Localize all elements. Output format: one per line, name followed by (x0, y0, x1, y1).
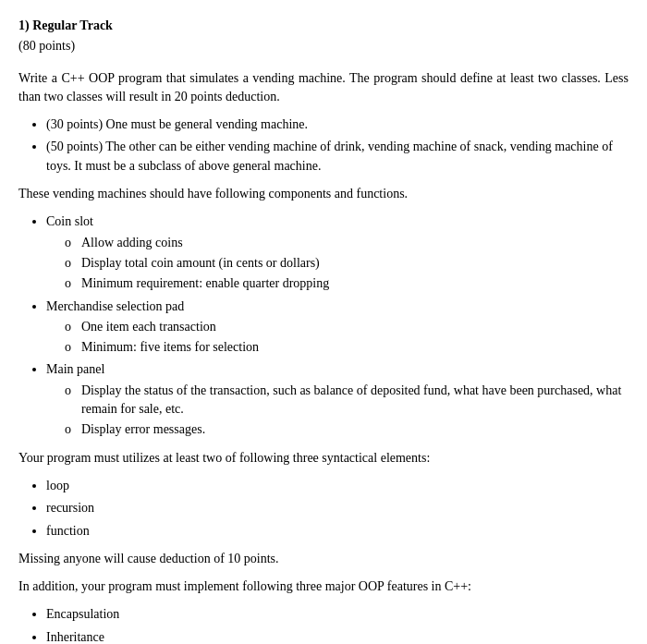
oop-intro: In addition, your program must implement… (18, 577, 629, 596)
one-item-transaction: One item each transaction (81, 320, 216, 334)
list-item: Minimum: five items for selection (65, 338, 629, 357)
components-intro: These vending machines should have follo… (18, 185, 629, 203)
intro-bullet1: (30 points) One must be general vending … (46, 117, 308, 131)
merchandise-subitems: One item each transaction Minimum: five … (65, 318, 629, 358)
display-status: Display the status of the transaction, s… (81, 383, 621, 416)
list-item: Inheritance (46, 628, 629, 644)
oop-list: Encapsulation Inheritance Code separatio… (46, 605, 629, 644)
min-quarter: Minimum requirement: enable quarter drop… (81, 276, 329, 290)
list-item: (30 points) One must be general vending … (46, 115, 629, 134)
intro-paragraph: Write a C++ OOP program that simulates a… (18, 69, 629, 107)
intro-bullet2: (50 points) The other can be either vend… (46, 140, 613, 172)
main-panel-subitems: Display the status of the transaction, s… (65, 382, 629, 440)
syntactical-intro: Your program must utilizes at least two … (18, 449, 629, 468)
coin-slot-item: Coin slot Allow adding coins Display tot… (46, 213, 629, 293)
list-item: One item each transaction (65, 318, 629, 336)
list-item: Allow adding coins (65, 234, 629, 252)
merchandise-item: Merchandise selection pad One item each … (46, 298, 629, 358)
syntactical-note: Missing anyone will cause deduction of 1… (18, 550, 629, 568)
merchandise-label: Merchandise selection pad (46, 299, 184, 313)
main-panel-label: Main panel (46, 362, 104, 376)
function-item: function (46, 524, 90, 538)
list-item: function (46, 522, 629, 541)
list-item: Display the status of the transaction, s… (65, 382, 629, 419)
min-five-items: Minimum: five items for selection (81, 340, 259, 354)
allow-adding-coins: Allow adding coins (81, 236, 183, 249)
intro-list: (30 points) One must be general vending … (46, 115, 629, 176)
points-subtitle: (80 points) (18, 37, 629, 55)
components-list: Coin slot Allow adding coins Display tot… (46, 213, 629, 439)
encapsulation-item: Encapsulation (46, 607, 119, 621)
list-item: (50 points) The other can be either vend… (46, 138, 629, 176)
display-total-coin: Display total coin amount (in cents or d… (81, 256, 320, 270)
display-errors: Display error messages. (81, 422, 205, 436)
list-item: Encapsulation (46, 605, 629, 624)
page-title: 1) Regular Track (18, 17, 629, 35)
main-panel-item: Main panel Display the status of the tra… (46, 360, 629, 439)
loop-item: loop (46, 479, 69, 492)
coin-slot-label: Coin slot (46, 214, 93, 228)
list-item: recursion (46, 499, 629, 517)
list-item: Display total coin amount (in cents or d… (65, 254, 629, 273)
list-item: Minimum requirement: enable quarter drop… (65, 274, 629, 293)
recursion-item: recursion (46, 501, 94, 515)
list-item: loop (46, 477, 629, 495)
list-item: Display error messages. (65, 420, 629, 439)
coin-slot-subitems: Allow adding coins Display total coin am… (65, 234, 629, 294)
inheritance-item: Inheritance (46, 630, 104, 644)
syntactical-list: loop recursion function (46, 477, 629, 541)
page-content: 1) Regular Track (80 points) Write a C++… (18, 17, 629, 644)
